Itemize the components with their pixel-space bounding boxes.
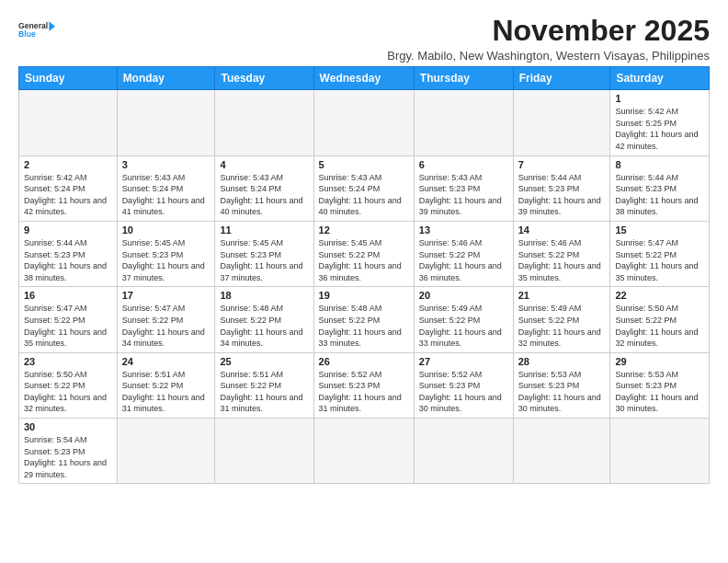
svg-marker-2	[49, 21, 55, 31]
day-info: Sunrise: 5:45 AMSunset: 5:23 PMDaylight:…	[220, 237, 308, 283]
day-number: 8	[615, 159, 704, 170]
calendar-cell: 12Sunrise: 5:45 AMSunset: 5:22 PMDayligh…	[313, 221, 414, 286]
col-header-saturday: Saturday	[610, 67, 710, 90]
day-info: Sunrise: 5:44 AMSunset: 5:23 PMDaylight:…	[518, 172, 606, 218]
day-number: 25	[220, 356, 308, 367]
calendar-header-row: SundayMondayTuesdayWednesdayThursdayFrid…	[19, 67, 710, 90]
calendar-cell: 30Sunrise: 5:54 AMSunset: 5:23 PMDayligh…	[19, 419, 118, 484]
day-info: Sunrise: 5:53 AMSunset: 5:23 PMDaylight:…	[615, 369, 704, 415]
day-info: Sunrise: 5:54 AMSunset: 5:23 PMDaylight:…	[24, 434, 112, 480]
day-number: 7	[518, 159, 606, 170]
day-info: Sunrise: 5:51 AMSunset: 5:22 PMDaylight:…	[220, 369, 308, 415]
day-info: Sunrise: 5:51 AMSunset: 5:22 PMDaylight:…	[122, 369, 210, 415]
col-header-monday: Monday	[117, 67, 215, 90]
calendar-cell: 21Sunrise: 5:49 AMSunset: 5:22 PMDayligh…	[513, 287, 610, 352]
calendar-week-1: 2Sunrise: 5:42 AMSunset: 5:24 PMDaylight…	[19, 155, 710, 221]
day-number: 26	[319, 356, 409, 367]
logo-svg: General Blue	[18, 20, 55, 39]
calendar-cell: 15Sunrise: 5:47 AMSunset: 5:22 PMDayligh…	[610, 221, 710, 286]
calendar-cell: 6Sunrise: 5:43 AMSunset: 5:23 PMDaylight…	[414, 155, 513, 221]
day-number: 14	[518, 224, 606, 236]
day-info: Sunrise: 5:45 AMSunset: 5:23 PMDaylight:…	[122, 237, 210, 283]
calendar-cell: 10Sunrise: 5:45 AMSunset: 5:23 PMDayligh…	[117, 221, 215, 286]
col-header-thursday: Thursday	[414, 67, 513, 90]
calendar-cell: 25Sunrise: 5:51 AMSunset: 5:22 PMDayligh…	[215, 352, 313, 418]
calendar-cell: 19Sunrise: 5:48 AMSunset: 5:22 PMDayligh…	[313, 287, 414, 352]
page-header: General Blue November 2025 Brgy. Mabilo,…	[18, 15, 710, 63]
day-info: Sunrise: 5:50 AMSunset: 5:22 PMDaylight:…	[615, 303, 704, 349]
day-info: Sunrise: 5:42 AMSunset: 5:25 PMDaylight:…	[615, 106, 704, 152]
calendar-cell	[610, 419, 710, 484]
day-info: Sunrise: 5:48 AMSunset: 5:22 PMDaylight:…	[319, 303, 409, 349]
day-number: 17	[122, 290, 210, 301]
calendar-cell: 4Sunrise: 5:43 AMSunset: 5:24 PMDaylight…	[215, 155, 313, 221]
day-info: Sunrise: 5:52 AMSunset: 5:23 PMDaylight:…	[319, 369, 409, 415]
calendar-cell: 23Sunrise: 5:50 AMSunset: 5:22 PMDayligh…	[19, 352, 118, 418]
calendar-cell	[414, 419, 513, 484]
day-info: Sunrise: 5:48 AMSunset: 5:22 PMDaylight:…	[220, 303, 308, 349]
day-number: 3	[122, 159, 210, 170]
calendar-cell: 26Sunrise: 5:52 AMSunset: 5:23 PMDayligh…	[313, 352, 414, 418]
day-info: Sunrise: 5:46 AMSunset: 5:22 PMDaylight:…	[419, 237, 508, 283]
calendar-cell: 17Sunrise: 5:47 AMSunset: 5:22 PMDayligh…	[117, 287, 215, 352]
title-area: November 2025 Brgy. Mabilo, New Washingt…	[387, 15, 710, 63]
col-header-wednesday: Wednesday	[313, 67, 414, 90]
month-title: November 2025	[387, 15, 710, 47]
day-number: 20	[419, 290, 508, 301]
day-number: 1	[615, 93, 704, 104]
day-info: Sunrise: 5:46 AMSunset: 5:22 PMDaylight:…	[518, 237, 606, 283]
day-number: 23	[24, 356, 112, 367]
day-info: Sunrise: 5:47 AMSunset: 5:22 PMDaylight:…	[615, 237, 704, 283]
day-number: 12	[319, 224, 409, 236]
calendar-cell: 9Sunrise: 5:44 AMSunset: 5:23 PMDaylight…	[19, 221, 118, 286]
day-number: 21	[518, 290, 606, 301]
calendar-cell: 5Sunrise: 5:43 AMSunset: 5:24 PMDaylight…	[313, 155, 414, 221]
day-info: Sunrise: 5:50 AMSunset: 5:22 PMDaylight:…	[24, 369, 112, 415]
day-number: 15	[615, 224, 704, 236]
day-number: 5	[319, 159, 409, 170]
calendar-cell: 3Sunrise: 5:43 AMSunset: 5:24 PMDaylight…	[117, 155, 215, 221]
day-number: 13	[419, 224, 508, 236]
day-info: Sunrise: 5:43 AMSunset: 5:24 PMDaylight:…	[122, 172, 210, 218]
day-info: Sunrise: 5:53 AMSunset: 5:23 PMDaylight:…	[518, 369, 606, 415]
day-info: Sunrise: 5:52 AMSunset: 5:23 PMDaylight:…	[419, 369, 508, 415]
day-info: Sunrise: 5:49 AMSunset: 5:22 PMDaylight:…	[518, 303, 606, 349]
day-info: Sunrise: 5:47 AMSunset: 5:22 PMDaylight:…	[122, 303, 210, 349]
day-info: Sunrise: 5:44 AMSunset: 5:23 PMDaylight:…	[615, 172, 704, 218]
calendar-cell: 20Sunrise: 5:49 AMSunset: 5:22 PMDayligh…	[414, 287, 513, 352]
day-number: 27	[419, 356, 508, 367]
day-number: 6	[419, 159, 508, 170]
calendar-week-3: 16Sunrise: 5:47 AMSunset: 5:22 PMDayligh…	[19, 287, 710, 352]
logo: General Blue	[18, 18, 55, 39]
col-header-friday: Friday	[513, 67, 610, 90]
location-subtitle: Brgy. Mabilo, New Washington, Western Vi…	[387, 49, 710, 63]
svg-text:Blue: Blue	[18, 29, 36, 39]
calendar-cell: 8Sunrise: 5:44 AMSunset: 5:23 PMDaylight…	[610, 155, 710, 221]
calendar-cell	[117, 419, 215, 484]
day-info: Sunrise: 5:45 AMSunset: 5:22 PMDaylight:…	[319, 237, 409, 283]
day-number: 18	[220, 290, 308, 301]
day-number: 4	[220, 159, 308, 170]
day-number: 16	[24, 290, 112, 301]
calendar-cell: 29Sunrise: 5:53 AMSunset: 5:23 PMDayligh…	[610, 352, 710, 418]
day-info: Sunrise: 5:43 AMSunset: 5:24 PMDaylight:…	[220, 172, 308, 218]
calendar-cell	[313, 419, 414, 484]
day-number: 24	[122, 356, 210, 367]
calendar-week-5: 30Sunrise: 5:54 AMSunset: 5:23 PMDayligh…	[19, 419, 710, 484]
day-number: 29	[615, 356, 704, 367]
calendar-cell	[215, 419, 313, 484]
calendar-cell	[414, 90, 513, 155]
day-number: 28	[518, 356, 606, 367]
col-header-tuesday: Tuesday	[215, 67, 313, 90]
col-header-sunday: Sunday	[19, 67, 118, 90]
calendar-week-2: 9Sunrise: 5:44 AMSunset: 5:23 PMDaylight…	[19, 221, 710, 286]
day-number: 10	[122, 224, 210, 236]
calendar-cell	[513, 419, 610, 484]
day-info: Sunrise: 5:49 AMSunset: 5:22 PMDaylight:…	[419, 303, 508, 349]
calendar-cell: 27Sunrise: 5:52 AMSunset: 5:23 PMDayligh…	[414, 352, 513, 418]
calendar-cell: 22Sunrise: 5:50 AMSunset: 5:22 PMDayligh…	[610, 287, 710, 352]
calendar-cell: 14Sunrise: 5:46 AMSunset: 5:22 PMDayligh…	[513, 221, 610, 286]
calendar-cell: 2Sunrise: 5:42 AMSunset: 5:24 PMDaylight…	[19, 155, 118, 221]
calendar-week-0: 1Sunrise: 5:42 AMSunset: 5:25 PMDaylight…	[19, 90, 710, 155]
calendar-cell: 11Sunrise: 5:45 AMSunset: 5:23 PMDayligh…	[215, 221, 313, 286]
